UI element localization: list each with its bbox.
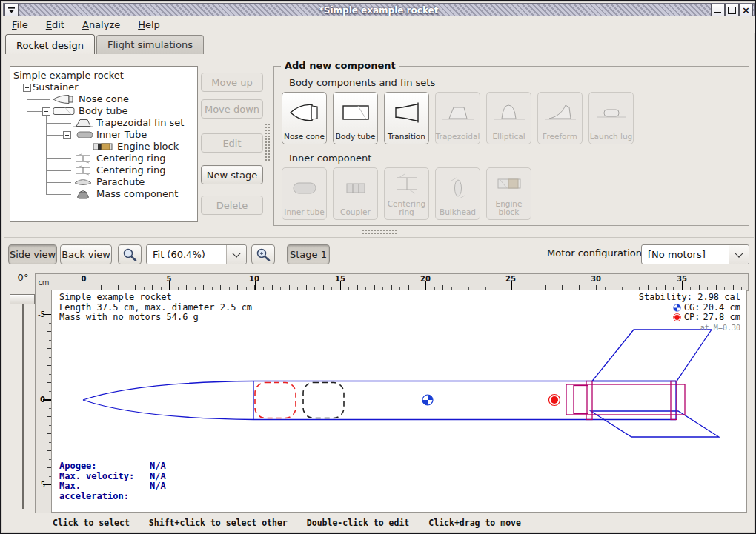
ruler-label: 10 [249,275,259,283]
zoom-select[interactable]: Fit (60.4%) [146,244,247,264]
stage-1-toggle[interactable]: Stage 1 [287,244,330,264]
inner-components-row: Inner tube Coupler Centering ring Bulkhe… [282,167,531,220]
ruler-label: 0 [40,396,45,404]
delete-button[interactable]: Delete [201,196,263,215]
hint-click-drag: Click+drag to move [428,518,521,528]
expander-inner-tube[interactable] [63,131,71,139]
rotation-slider-track[interactable] [22,296,24,509]
horizontal-ruler: 0 5 10 15 20 25 30 35 [51,273,749,291]
window-menu-button[interactable] [4,4,19,16]
launch-lug-icon [594,93,629,133]
add-transition-button[interactable]: Transition [384,92,429,144]
move-down-button[interactable]: Move down [201,99,263,119]
rocket-name-line: Simple example rocket [59,293,252,303]
add-new-component-panel: Add new component Body components and fi… [273,66,749,226]
parachute-outline [255,383,296,418]
ruler-label: 5 [41,481,45,489]
tree-connector [67,147,89,147]
mass-component-icon [73,189,93,202]
menu-analyze[interactable]: Analyze [80,18,128,32]
inner-component-label: Inner component [289,153,371,164]
ruler-label: 15 [335,275,345,283]
rocket-outline [83,330,719,437]
zoom-in-button[interactable] [251,244,275,264]
window-title: *Simple example rocket [4,5,754,16]
cp-legend-icon [673,313,681,321]
component-tree[interactable]: Simple example rocket Sustainer Nose con… [10,66,198,222]
edit-button[interactable]: Edit [201,133,263,153]
window-menu-icon [7,6,16,14]
tab-flight-simulations[interactable]: Flight simulations [96,35,204,55]
add-body-tube-button[interactable]: Body tube [333,92,378,144]
max-velocity-row: Max. velocity: N/A [59,472,166,482]
chevron-down-icon [232,249,240,257]
ruler-label: 0 [82,275,87,283]
maximize-button[interactable] [725,4,739,16]
menu-edit[interactable]: Edit [44,18,73,32]
tree-connector [46,194,71,195]
title-bar[interactable]: *Simple example rocket × [3,3,755,17]
add-bulkhead-button[interactable]: Bulkhead [435,167,480,220]
tree-connector [46,182,71,183]
maximize-icon [728,7,736,14]
cp-marker [549,395,560,406]
menu-bar: File Edit Analyze Help [3,16,756,33]
hint-double-click: Double-click to edit [307,518,409,528]
rotation-slider-handle[interactable] [10,294,35,304]
splitter-handle-horizontal[interactable] [362,229,397,235]
tree-connector [27,111,42,112]
minimize-icon [714,12,721,13]
add-coupler-button[interactable]: Coupler [333,167,378,220]
freeform-fin-icon [543,93,577,133]
elliptical-fin-icon [492,93,526,133]
tab-rocket-design[interactable]: Rocket design [5,34,95,56]
expander-body-tube[interactable] [42,107,50,116]
bulkhead-icon [441,168,475,208]
body-tube-icon [339,93,373,133]
zoom-select-dropdown[interactable] [226,245,246,264]
cg-line: CG: 20.4 cm [639,303,740,313]
splitter-handle-vertical[interactable] [265,123,270,161]
fin-top [592,330,712,381]
tree-connector [27,91,27,111]
rocket-diagram-area: 0° cm 0 5 10 15 20 25 30 35 -5 0 5 [4,269,754,513]
add-elliptical-fin-button[interactable]: Elliptical [486,92,531,144]
expander-sustainer[interactable] [23,84,31,92]
tree-connector [67,138,67,147]
zoom-out-button[interactable] [118,244,142,264]
motor-configuration-select[interactable]: [No motors] [641,244,749,264]
horizontal-ruler-ticks [84,274,748,290]
add-centering-ring-button[interactable]: Centering ring [384,167,429,220]
motor-configuration-dropdown[interactable] [729,245,749,264]
flight-data-info: Apogee: N/A Max. velocity: N/A Max. acce… [59,461,166,501]
motor-configuration-value: [No motors] [642,249,729,260]
add-nose-cone-button[interactable]: Nose cone [282,92,327,144]
ruler-label: 20 [420,275,431,283]
close-button[interactable]: × [739,4,753,16]
stability-line: Stability: 2.98 cal [639,293,740,303]
minimize-button[interactable] [711,4,725,16]
ruler-label: 35 [677,275,687,283]
chevron-down-icon [735,249,743,257]
new-stage-button[interactable]: New stage [201,165,263,184]
back-view-button[interactable]: Back view [60,244,112,264]
view-toolbar: Side view Back view Fit (60.4%) Stage 1 … [4,239,754,267]
side-view-button[interactable]: Side view [8,244,57,264]
inner-components [566,381,685,420]
move-up-button[interactable]: Move up [201,73,263,92]
menu-file[interactable]: File [10,18,36,32]
zoom-select-value: Fit (60.4%) [147,249,226,260]
tree-connector [46,170,71,171]
add-engine-block-button[interactable]: Engine block [486,167,531,220]
magnifier-plus-icon [255,247,271,262]
add-freeform-fin-button[interactable]: Freeform [537,92,583,144]
menu-help[interactable]: Help [136,18,168,32]
add-inner-tube-button[interactable]: Inner tube [282,167,327,220]
panel-title: Add new component [281,60,399,71]
close-icon: × [742,5,750,15]
add-launch-lug-button[interactable]: Launch lug [588,92,634,144]
ruler-label: 5 [167,275,172,283]
add-trapezoidal-fin-button[interactable]: Trapezoidal [435,92,480,144]
vertical-ruler: -5 0 5 [35,290,53,513]
rocket-canvas[interactable]: Simple example rocket Length 37.5 cm, ma… [51,290,747,513]
